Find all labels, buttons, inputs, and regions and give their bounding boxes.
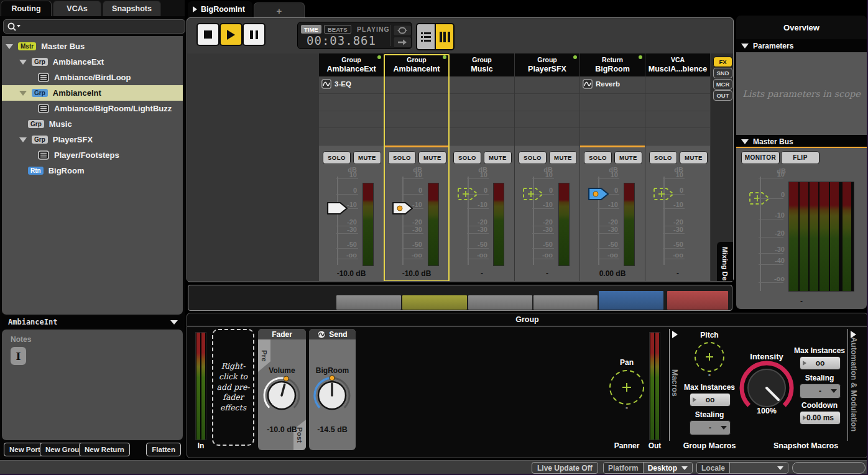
effect-slot[interactable] bbox=[384, 94, 449, 111]
strip-header[interactable]: GroupAmbianceExt bbox=[319, 53, 384, 76]
strip-header[interactable]: VCAMusciA...bience bbox=[645, 53, 710, 76]
tree-item-player-footsteps[interactable]: Player/Footsteps bbox=[2, 147, 183, 163]
follow-button[interactable] bbox=[393, 37, 412, 48]
solo-button[interactable]: SOLO bbox=[519, 151, 547, 164]
side-tab-snd[interactable]: SND bbox=[713, 68, 732, 78]
effect-slot[interactable] bbox=[450, 76, 514, 94]
macros-tab-label[interactable]: Macros bbox=[670, 369, 679, 397]
effect-deck[interactable] bbox=[515, 76, 579, 145]
effect-slot[interactable] bbox=[515, 128, 579, 145]
snapshot-max-instances-field[interactable]: oo bbox=[800, 356, 841, 370]
fader-handle[interactable] bbox=[392, 201, 414, 215]
monitor-button[interactable]: MONITOR bbox=[741, 151, 780, 164]
mute-button[interactable]: MUTE bbox=[353, 151, 381, 164]
navigator-strip-block[interactable] bbox=[468, 295, 532, 310]
expander-icon[interactable] bbox=[6, 44, 13, 49]
solo-button[interactable]: SOLO bbox=[388, 151, 416, 164]
tree-item-playersfx[interactable]: GrpPlayerSFX bbox=[2, 132, 183, 147]
effect-deck[interactable] bbox=[384, 76, 449, 145]
expander-icon[interactable] bbox=[19, 137, 27, 142]
effect-slot[interactable] bbox=[319, 111, 384, 129]
strip-header[interactable]: GroupPlayerSFX bbox=[515, 53, 579, 76]
automation-tab-label[interactable]: Automation & Modulation bbox=[849, 337, 858, 431]
solo-button[interactable]: SOLO bbox=[453, 151, 481, 164]
macros-expand-icon[interactable] bbox=[672, 331, 678, 338]
fader-value[interactable]: - bbox=[645, 269, 710, 278]
expander-icon[interactable] bbox=[19, 60, 27, 65]
mixer-strip-ambianceint[interactable]: GroupAmbianceIntSOLOMUTEdB100-10-20-30-5… bbox=[384, 53, 449, 281]
navigator-strip-block[interactable] bbox=[667, 291, 728, 310]
effect-slot[interactable] bbox=[645, 94, 710, 111]
strip-header[interactable]: ReturnBigRoom bbox=[580, 53, 645, 76]
beats-mode-button[interactable]: BEATS bbox=[324, 25, 351, 34]
effect-slot[interactable] bbox=[515, 76, 579, 94]
master-fader-value[interactable]: - bbox=[736, 297, 867, 306]
mute-button[interactable]: MUTE bbox=[549, 151, 577, 164]
mixing-desk-tab[interactable]: Mixing Desk bbox=[717, 242, 733, 281]
tree-item-music[interactable]: GrpMusic bbox=[2, 116, 183, 132]
pitch-value[interactable]: - bbox=[688, 371, 731, 379]
effect-slot[interactable] bbox=[384, 111, 449, 129]
tree-item-ambianceint[interactable]: GrpAmbianceInt bbox=[2, 85, 183, 101]
property-deck-header[interactable]: AmbianceInt bbox=[2, 316, 183, 328]
effect-slot[interactable] bbox=[645, 128, 710, 145]
mixer-strip-ambianceext[interactable]: GroupAmbianceExt3-EQSOLOMUTEdB100-10-20-… bbox=[319, 53, 384, 281]
effect-deck[interactable] bbox=[450, 76, 514, 145]
effect-slot[interactable] bbox=[580, 94, 645, 111]
fader-handle[interactable] bbox=[457, 187, 479, 201]
group-stealing-dropdown[interactable]: - bbox=[690, 420, 731, 435]
navigator-strip-block[interactable] bbox=[599, 291, 663, 310]
mixer-navigator[interactable] bbox=[188, 285, 732, 311]
cooldown-field[interactable]: 0.00 ms bbox=[800, 411, 841, 425]
solo-button[interactable]: SOLO bbox=[323, 151, 351, 164]
list-view-button[interactable] bbox=[417, 24, 435, 49]
tab-vcas[interactable]: VCAs bbox=[53, 1, 101, 16]
mixer-strip-bigroom[interactable]: ReturnBigRoomReverbSOLOMUTEdB100-10-20-3… bbox=[580, 53, 645, 281]
effect-slot[interactable] bbox=[580, 128, 645, 145]
master-bus-section-header[interactable]: Master Bus bbox=[736, 135, 867, 148]
effect-slot[interactable] bbox=[450, 128, 514, 145]
mixer-strip-music[interactable]: GroupMusicSOLOMUTEdB100-10-20-30-50-oo- bbox=[450, 53, 514, 281]
fader-handle[interactable] bbox=[653, 187, 675, 201]
send-knob[interactable] bbox=[312, 374, 352, 414]
navigator-strip-block[interactable] bbox=[336, 295, 401, 310]
prefader-effects-dropzone[interactable]: Right-click to add pre-fader effects bbox=[212, 329, 254, 446]
fader-handle[interactable] bbox=[326, 201, 349, 215]
effect-slot[interactable] bbox=[645, 111, 710, 129]
effect-slot[interactable] bbox=[450, 111, 514, 129]
new-return-button[interactable]: New Return bbox=[79, 443, 130, 456]
mute-button[interactable]: MUTE bbox=[680, 151, 708, 164]
expander-icon[interactable] bbox=[19, 91, 27, 96]
effect-slot[interactable] bbox=[515, 94, 579, 111]
send-value[interactable]: -14.5 dB bbox=[309, 425, 356, 434]
solo-button[interactable]: SOLO bbox=[584, 151, 612, 164]
side-tab-fx[interactable]: FX bbox=[713, 57, 732, 67]
fader-value[interactable]: -10.0 dB bbox=[319, 269, 384, 278]
effect-slot[interactable] bbox=[384, 128, 449, 145]
intensity-value[interactable]: 100% bbox=[739, 407, 795, 415]
navigator-strip-block[interactable] bbox=[533, 295, 598, 310]
volume-value[interactable]: -10.0 dB bbox=[258, 425, 306, 434]
tree-item-ambianceext[interactable]: GrpAmbianceExt bbox=[2, 54, 183, 70]
effect-slot[interactable] bbox=[319, 128, 384, 145]
mute-button[interactable]: MUTE bbox=[484, 151, 512, 164]
new-tab-button[interactable]: + bbox=[254, 2, 305, 18]
transport-time[interactable]: 00:03.861 bbox=[307, 34, 376, 47]
tree-item-master-bus[interactable]: MstrMaster Bus bbox=[2, 39, 183, 54]
play-button[interactable] bbox=[219, 23, 242, 46]
effect-chip[interactable]: Reverb bbox=[583, 79, 620, 89]
effect-slot[interactable] bbox=[450, 94, 514, 111]
side-tab-out[interactable]: OUT bbox=[713, 90, 732, 101]
platform-dropdown[interactable]: Desktop bbox=[644, 463, 692, 473]
loop-button[interactable] bbox=[393, 25, 412, 36]
flatten-button[interactable]: Flatten bbox=[146, 443, 181, 456]
navigator-strip-block[interactable] bbox=[402, 295, 467, 310]
tab-bigroomint[interactable]: BigRoomInt bbox=[188, 1, 252, 17]
effect-slot[interactable]: 3-EQ bbox=[319, 76, 384, 94]
time-mode-button[interactable]: TIME bbox=[301, 25, 321, 34]
mixer-strip-playersfx[interactable]: GroupPlayerSFXSOLOMUTEdB100-10-20-30-50-… bbox=[515, 53, 579, 281]
effect-slot[interactable] bbox=[645, 76, 710, 94]
group-max-instances-field[interactable]: oo bbox=[690, 393, 731, 407]
tree-item-ambiance-bigroom-lightbuzz[interactable]: Ambiance/BigRoom/LightBuzz bbox=[2, 101, 183, 116]
effect-deck[interactable]: 3-EQ bbox=[319, 76, 384, 145]
